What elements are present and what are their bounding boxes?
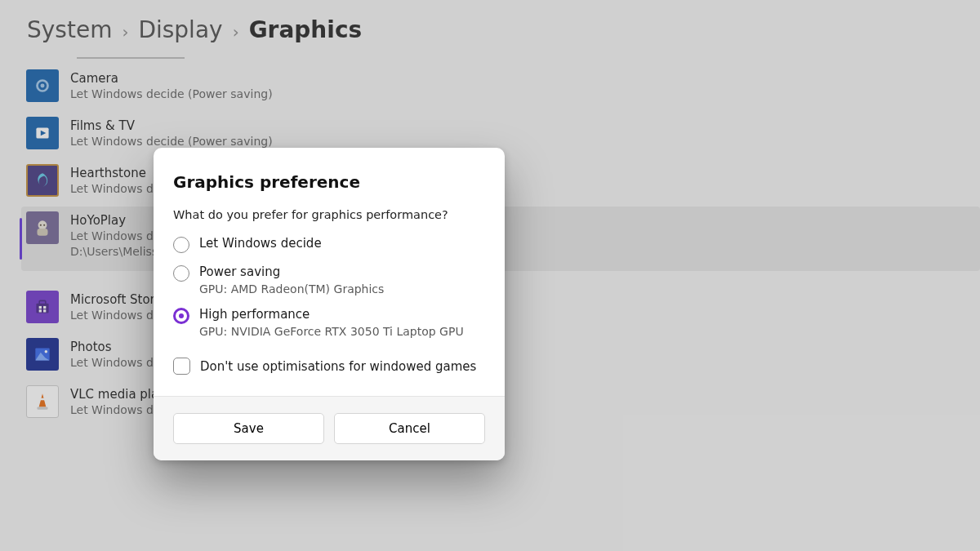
checkbox-windowed-optimisations[interactable]: Don't use optimisations for windowed gam… [173, 358, 485, 375]
radio-label: Power saving [199, 264, 384, 279]
svg-point-1 [41, 84, 45, 88]
breadcrumb-display[interactable]: Display [138, 16, 222, 43]
svg-rect-5 [38, 229, 48, 236]
photos-icon [26, 338, 59, 371]
graphics-preference-dialog: Graphics preference What do you prefer f… [154, 148, 505, 460]
breadcrumb-separator: › [233, 22, 239, 42]
radio-icon [173, 308, 189, 324]
radio-label: High performance [199, 307, 464, 322]
breadcrumb-system[interactable]: System [27, 16, 112, 43]
app-subtitle: Let Windows decide (Power saving) [70, 135, 273, 148]
radio-icon [173, 265, 189, 282]
svg-rect-10 [39, 306, 42, 309]
checkbox-label: Don't use optimisations for windowed gam… [200, 359, 476, 374]
films-icon [26, 117, 59, 149]
hoyoplay-icon [26, 211, 59, 244]
svg-rect-19 [38, 407, 48, 409]
microsoft-store-icon [26, 291, 59, 323]
app-subtitle: Let Windows decide (Power saving) [70, 87, 273, 100]
vlc-icon [26, 385, 59, 418]
radio-power-saving[interactable]: Power saving GPU: AMD Radeon(TM) Graphic… [173, 264, 485, 295]
dialog-footer: Save Cancel [154, 396, 505, 460]
tab-indicator [77, 57, 185, 59]
svg-rect-9 [39, 300, 46, 304]
svg-point-4 [38, 220, 47, 229]
dialog-question: What do you prefer for graphics performa… [173, 208, 485, 221]
app-name: Films & TV [70, 118, 273, 133]
save-button[interactable]: Save [173, 413, 324, 444]
svg-point-7 [43, 224, 45, 226]
checkbox-icon [173, 358, 190, 375]
radio-label: Let Windows decide [199, 236, 322, 251]
radio-let-windows-decide[interactable]: Let Windows decide [173, 236, 485, 253]
dialog-title: Graphics preference [173, 172, 485, 192]
breadcrumb-graphics: Graphics [249, 16, 363, 43]
radio-high-performance[interactable]: High performance GPU: NVIDIA GeForce RTX… [173, 307, 485, 338]
radio-icon [173, 237, 189, 253]
svg-rect-11 [43, 306, 46, 309]
svg-point-6 [40, 224, 42, 226]
camera-icon [26, 69, 59, 102]
app-name: Camera [70, 71, 273, 86]
hearthstone-icon [26, 164, 59, 197]
svg-point-16 [45, 350, 47, 353]
radio-sub: GPU: NVIDIA GeForce RTX 3050 Ti Laptop G… [199, 325, 464, 338]
radio-sub: GPU: AMD Radeon(TM) Graphics [199, 282, 384, 295]
breadcrumb: System › Display › Graphics [0, 0, 980, 56]
cancel-button[interactable]: Cancel [334, 413, 485, 444]
svg-rect-18 [40, 398, 46, 401]
svg-rect-12 [39, 309, 42, 312]
svg-marker-17 [39, 393, 47, 407]
breadcrumb-separator: › [122, 22, 128, 42]
svg-rect-13 [43, 309, 46, 312]
app-row-camera[interactable]: Camera Let Windows decide (Power saving) [21, 64, 980, 112]
